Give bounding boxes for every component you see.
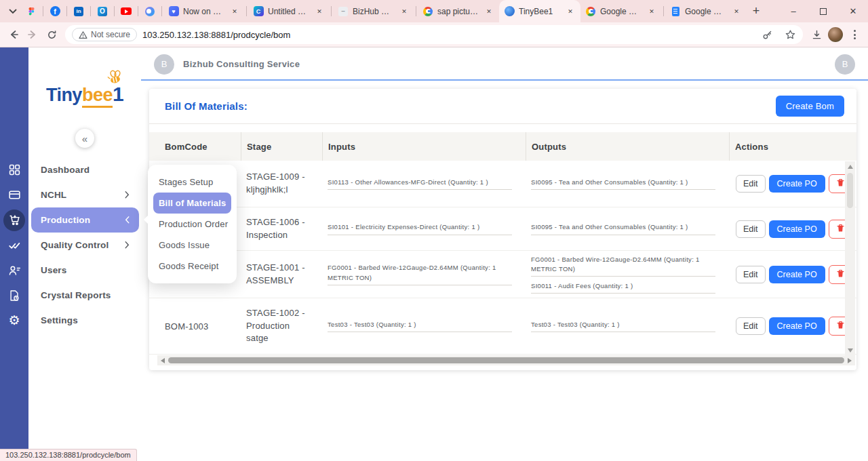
horizontal-scroll-thumb[interactable] (168, 357, 844, 363)
pinned-tab-youtube[interactable] (116, 0, 136, 22)
edit-button[interactable]: Edit (736, 266, 766, 283)
rail-icon-crystal-reports[interactable] (0, 283, 28, 308)
back-button[interactable] (4, 25, 23, 44)
rail-icon-users[interactable] (0, 258, 28, 283)
sidebar-item-production[interactable]: Production (31, 207, 139, 233)
browser-menu-button[interactable] (845, 25, 864, 44)
sidebar-item-quality-control[interactable]: Quality Control (31, 233, 139, 258)
logo-part-tiny: Tiny (46, 85, 82, 105)
table-header-row: BomCodeStageInputsOutputsActions (149, 132, 856, 161)
sidebar-item-dashboard[interactable]: Dashboard (31, 157, 139, 182)
tab-separator (114, 6, 115, 16)
app-icon (145, 7, 155, 16)
bee-icon (104, 68, 122, 89)
tab-close-button[interactable]: ✕ (399, 6, 410, 17)
address-bar[interactable]: Not secure 103.250.132.138:8881/prodcycl… (65, 25, 803, 44)
tab-bizhub-consu[interactable]: –BizHub Consu✕ (333, 0, 414, 22)
maximize-button[interactable] (808, 0, 838, 22)
pinned-tab-chrome-app[interactable] (140, 0, 160, 22)
sidebar-item-label: Settings (41, 315, 78, 325)
column-header-inputs: Inputs (322, 132, 526, 161)
cart-icon (3, 209, 25, 231)
back-arrow-icon (8, 29, 19, 40)
column-header-bomcode: BomCode (159, 132, 241, 161)
sidebar-item-users[interactable]: Users (31, 258, 139, 283)
chevron-right-icon (125, 241, 130, 249)
scroll-left-arrow[interactable] (159, 355, 167, 365)
downloads-button[interactable] (807, 25, 826, 44)
rail-icon-nchl[interactable] (0, 182, 28, 207)
sidebar-item-label: Crystal Reports (41, 290, 111, 300)
submenu-item-stages-setup[interactable]: Stages Setup (153, 172, 231, 193)
tab-google-docs[interactable]: Google Docs✕ (665, 0, 747, 22)
minimize-button[interactable]: – (778, 0, 808, 22)
facebook-icon: f (50, 6, 60, 16)
pinned-tabs: finO (21, 0, 160, 22)
submenu-item-goods-issue[interactable]: Goods Issue (153, 235, 231, 256)
tab-close-button[interactable]: ✕ (731, 6, 742, 17)
inputs-cell: FG0001 - Barbed Wire-12Gauge-D2.64MM (Qu… (322, 263, 526, 285)
google-docs-favicon (672, 7, 679, 16)
submenu-item-production-order[interactable]: Production Order (153, 214, 231, 235)
not-secure-badge[interactable]: Not secure (72, 28, 137, 41)
vertical-scroll-thumb[interactable] (847, 173, 853, 208)
edit-button[interactable]: Edit (736, 220, 766, 238)
actions-cell: EditCreate PO (729, 265, 856, 284)
heart-favicon-wrap: ♥ (168, 6, 179, 17)
bookmark-star-button[interactable] (781, 26, 799, 43)
tab-close-button[interactable]: ✕ (229, 6, 240, 17)
edit-button[interactable]: Edit (736, 175, 766, 193)
sidebar-collapse-button[interactable]: « (75, 129, 94, 148)
forward-button[interactable] (23, 25, 42, 44)
create-po-button[interactable]: Create PO (769, 317, 825, 335)
rail-icon-quality-control[interactable] (0, 233, 28, 258)
tab-untitled-desig[interactable]: CUntitled desig✕ (248, 0, 330, 22)
create-po-button[interactable]: Create PO (769, 175, 825, 193)
edit-button[interactable]: Edit (736, 317, 766, 335)
rail-icon-production[interactable] (0, 207, 28, 233)
tab-title: Google Docs (600, 7, 642, 16)
horizontal-scrollbar[interactable] (157, 355, 855, 365)
tab-close-button[interactable]: ✕ (646, 6, 657, 17)
output-item: FG0001 - Barbed Wire-12Gauge-D2.64MM (Qu… (531, 255, 715, 277)
create-po-button[interactable]: Create PO (769, 220, 825, 238)
reload-button[interactable] (42, 25, 61, 44)
output-item: SI0095 - Tea and Other Consumables (Quan… (531, 178, 715, 190)
tab-close-button[interactable]: ✕ (314, 6, 325, 17)
pinned-tab-linkedin[interactable]: in (68, 0, 89, 22)
rail-icon-dashboard[interactable] (0, 157, 28, 182)
scroll-down-arrow[interactable] (845, 345, 855, 355)
scroll-up-arrow[interactable] (845, 161, 855, 172)
new-tab-button[interactable]: + (747, 2, 766, 21)
sidebar-item-crystal-reports[interactable]: Crystal Reports (31, 283, 139, 308)
scroll-right-arrow[interactable] (846, 355, 854, 365)
sidebar-menu: DashboardNCHLProductionQuality ControlUs… (31, 157, 139, 333)
create-bom-button[interactable]: Create Bom (776, 96, 844, 117)
submenu-item-bill-of-materials[interactable]: Bill of Materials (153, 193, 231, 214)
tab-tinybee1[interactable]: TinyBee1✕ (499, 0, 580, 22)
pinned-tab-outlook[interactable]: O (92, 0, 113, 22)
trash-icon (836, 178, 845, 189)
create-po-button[interactable]: Create PO (769, 266, 825, 283)
rail-icon-settings[interactable]: ⚙ (0, 308, 28, 333)
sidebar-item-nchl[interactable]: NCHL (31, 182, 139, 207)
password-key-button[interactable] (758, 26, 776, 43)
submenu-item-goods-receipt[interactable]: Goods Receipt (153, 256, 231, 277)
browser-profile-avatar[interactable] (828, 27, 843, 42)
trash-icon (836, 224, 845, 235)
star-icon (785, 29, 796, 41)
tab-google-docs[interactable]: Google Docs✕ (580, 0, 662, 22)
close-window-button[interactable]: ✕ (838, 0, 868, 22)
chevron-right-icon (125, 191, 130, 199)
pinned-tab-facebook[interactable]: f (45, 0, 65, 22)
pinned-tab-figma[interactable] (21, 0, 41, 22)
sidebar-item-settings[interactable]: Settings (31, 308, 139, 333)
vertical-scrollbar[interactable] (845, 161, 855, 355)
user-avatar[interactable]: B (835, 54, 855, 75)
tab-search-button[interactable] (5, 3, 21, 20)
tab-now-on-plays[interactable]: ♥Now on Plays✕ (163, 0, 245, 22)
rail-items: ⚙ (0, 157, 28, 333)
tab-sap-picture-d[interactable]: sap picture d✕ (418, 0, 499, 22)
tab-close-button[interactable]: ✕ (565, 6, 576, 17)
tab-close-button[interactable]: ✕ (484, 6, 494, 17)
